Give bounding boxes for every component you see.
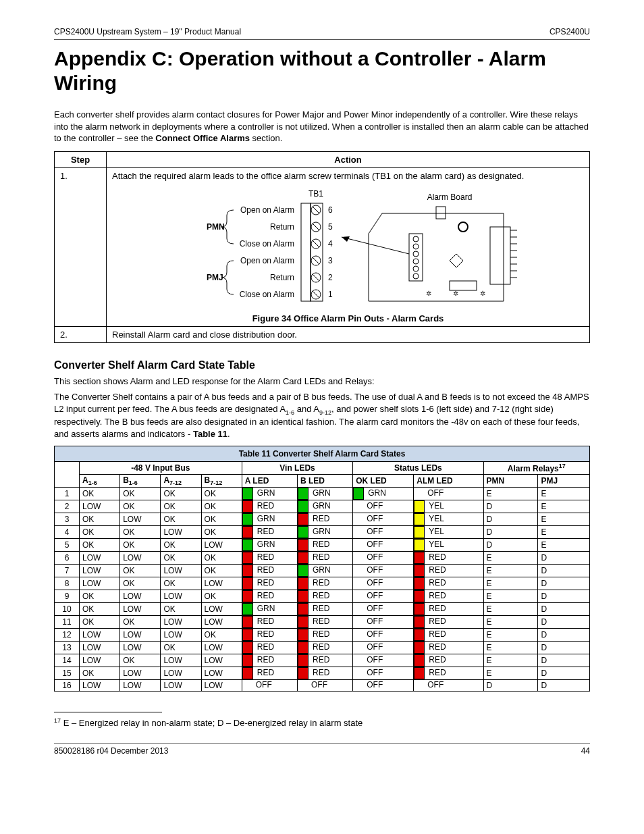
svg-text:Open on Alarm: Open on Alarm <box>240 256 294 265</box>
step-action: Reinstall Alarm card and close distribut… <box>107 326 590 342</box>
svg-text:Close on Alarm: Close on Alarm <box>239 290 294 299</box>
led-cell: RED <box>298 628 353 641</box>
bus-cell: OK <box>120 538 161 551</box>
bus-cell: OK <box>80 615 120 628</box>
bus-cell: LOW <box>80 551 120 564</box>
bus-cell: OK <box>201 590 242 602</box>
row-number: 1 <box>55 487 80 500</box>
led-cell: OFF <box>353 679 414 691</box>
table-row: 11OKOKLOWLOWREDREDOFFREDED <box>55 615 590 628</box>
page-footer: 850028186 r04 December 2013 44 <box>54 743 590 756</box>
row-number: 7 <box>55 564 80 577</box>
row-number: 4 <box>55 525 80 538</box>
pmj-cell: D <box>538 564 590 577</box>
bus-cell: OK <box>201 513 242 525</box>
pmn-cell: E <box>483 628 538 641</box>
bus-cell: OK <box>201 628 242 641</box>
pmn-cell: D <box>483 513 538 525</box>
row-number: 14 <box>55 654 80 667</box>
led-cell: RED <box>242 500 297 513</box>
svg-point-33 <box>413 251 419 257</box>
pmj-cell: D <box>538 628 590 641</box>
row-number: 12 <box>55 628 80 641</box>
bus-cell: LOW <box>161 679 201 691</box>
section-2-p2: The Converter Shelf contains a pair of A… <box>54 391 590 440</box>
led-cell: RED <box>414 628 483 641</box>
svg-rect-48 <box>450 281 477 290</box>
led-cell: RED <box>414 551 483 564</box>
bus-cell: OK <box>161 538 201 551</box>
led-cell: RED <box>242 577 297 590</box>
table-row: 10OKLOWOKLOWGRNREDOFFREDED <box>55 602 590 615</box>
pmn-cell: E <box>483 564 538 577</box>
footnote-17: 17 E – Energized relay in non-alarm stat… <box>54 716 590 729</box>
step-number: 2. <box>55 326 107 342</box>
led-cell: YEL <box>414 538 483 551</box>
led-cell: OFF <box>353 564 414 577</box>
led-cell: OFF <box>353 538 414 551</box>
svg-text:5: 5 <box>328 222 333 232</box>
pmn-cell: E <box>483 590 538 602</box>
led-cell: RED <box>242 564 297 577</box>
pmj-cell: E <box>538 513 590 525</box>
group-status: Status LEDs <box>353 461 483 474</box>
table-row: 4OKOKLOWOKREDGRNOFFYELDE <box>55 525 590 538</box>
svg-point-36 <box>413 273 419 279</box>
table-11-title: Table 11 Converter Shelf Alarm Card Stat… <box>55 446 590 461</box>
bus-cell: LOW <box>201 654 242 667</box>
col-header: A LED <box>242 474 297 487</box>
section-2-title: Converter Shelf Alarm Card State Table <box>54 359 590 371</box>
led-cell: RED <box>298 641 353 654</box>
col-header: PMJ <box>538 474 590 487</box>
page-header: CPS2400U Upstream System – 19" Product M… <box>54 27 590 40</box>
pmn-cell: E <box>483 667 538 679</box>
led-cell: OFF <box>414 679 483 691</box>
svg-text:4: 4 <box>328 239 333 249</box>
row-number: 10 <box>55 602 80 615</box>
svg-text:Return: Return <box>269 273 294 282</box>
led-cell: RED <box>298 513 353 525</box>
row-number: 3 <box>55 513 80 525</box>
footer-right: 44 <box>581 746 590 756</box>
pmn-cell: E <box>483 487 538 500</box>
col-header: ALM LED <box>414 474 483 487</box>
led-cell: OFF <box>353 654 414 667</box>
led-cell: RED <box>242 590 297 602</box>
svg-point-31 <box>413 236 419 242</box>
svg-point-35 <box>413 266 419 271</box>
pmn-cell: D <box>483 500 538 513</box>
pmj-cell: E <box>538 487 590 500</box>
led-cell: RED <box>414 654 483 667</box>
table-row: 9OKLOWLOWOKREDREDOFFREDED <box>55 590 590 602</box>
bus-cell: OK <box>120 500 161 513</box>
pmj-cell: D <box>538 641 590 654</box>
col-header: A1-6 <box>80 474 120 487</box>
led-cell: GRN <box>242 538 297 551</box>
svg-text:3: 3 <box>328 256 333 265</box>
led-cell: RED <box>298 551 353 564</box>
svg-text:1: 1 <box>328 290 333 299</box>
bus-cell: OK <box>201 487 242 500</box>
bus-cell: LOW <box>120 590 161 602</box>
led-cell: YEL <box>414 525 483 538</box>
row-number: 2 <box>55 500 80 513</box>
led-cell: YEL <box>414 500 483 513</box>
led-cell: RED <box>298 654 353 667</box>
bus-cell: OK <box>120 564 161 577</box>
bus-cell: LOW <box>120 513 161 525</box>
table-row: 15OKLOWLOWLOWREDREDOFFREDED <box>55 667 590 679</box>
footer-left: 850028186 r04 December 2013 <box>54 746 168 756</box>
led-cell: GRN <box>353 487 414 500</box>
bus-cell: LOW <box>120 628 161 641</box>
svg-text:PMJ: PMJ <box>207 273 223 282</box>
table-row: 16LOWLOWLOWLOWOFFOFFOFFOFFDD <box>55 679 590 691</box>
led-cell: GRN <box>298 487 353 500</box>
bus-cell: LOW <box>161 590 201 602</box>
bus-cell: LOW <box>80 654 120 667</box>
led-cell: GRN <box>242 602 297 615</box>
led-cell: YEL <box>414 513 483 525</box>
table-row: 7LOWOKLOWOKREDGRNOFFREDED <box>55 564 590 577</box>
svg-rect-37 <box>436 207 446 219</box>
col-header: PMN <box>483 474 538 487</box>
led-cell: OFF <box>353 525 414 538</box>
